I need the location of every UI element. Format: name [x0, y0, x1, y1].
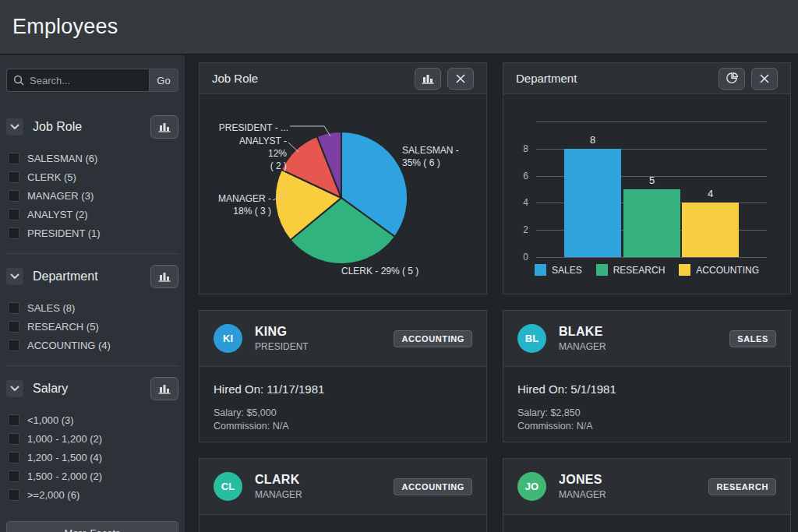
y-axis-tick-label: 6 — [508, 171, 528, 181]
switch-to-pie-chart-button[interactable] — [719, 68, 745, 90]
search-box[interactable] — [6, 69, 149, 92]
more-facets-button[interactable]: More Facets — [6, 521, 178, 532]
commission-text: Commission: N/A — [517, 420, 776, 433]
facet-list: Job RoleSALESMAN (6)CLERK (5)MANAGER (3)… — [6, 115, 178, 504]
department-bar-chart[interactable]: 02468854SALESRESEARCHACCOUNTING — [503, 94, 790, 294]
checkbox[interactable] — [8, 190, 19, 202]
avatar: JO — [517, 472, 546, 501]
pie-label-line: SALESMAN - — [402, 144, 480, 157]
facet-title: Department — [33, 270, 98, 284]
facet-item-sales[interactable]: SALES (8) — [8, 298, 178, 317]
employee-names: BLAKEMANAGER — [559, 325, 606, 352]
facet-item-analyst[interactable]: ANALYST (2) — [8, 205, 178, 224]
bar-accounting[interactable] — [682, 203, 739, 257]
checkbox[interactable] — [8, 414, 19, 426]
facet-item-accounting[interactable]: ACCOUNTING (4) — [8, 336, 178, 354]
pie-label-line: ( 2 ) — [218, 160, 287, 172]
facet-item-clerk[interactable]: CLERK (5) — [8, 167, 178, 186]
legend-swatch — [679, 264, 690, 276]
facet-item-salesman[interactable]: SALESMAN (6) — [8, 149, 178, 167]
facet-item-label: MANAGER (3) — [27, 190, 94, 202]
pie-label-line: 35% ( 6 ) — [402, 157, 480, 169]
commission-text: Commission: N/A — [214, 420, 472, 433]
employee-card-jones[interactable]: JOJONESMANAGERRESEARCHHired On: 4/2/1981 — [503, 458, 791, 532]
employee-names: JONESMANAGER — [559, 473, 606, 500]
checkbox[interactable] — [8, 171, 19, 183]
search-go-button[interactable]: Go — [149, 69, 178, 92]
facet-item-1-500-2-000[interactable]: 1,500 - 2,000 (2) — [8, 467, 178, 485]
checkbox[interactable] — [8, 209, 19, 220]
job-role-card-header: Job Role — [200, 63, 486, 94]
pie-label-clerk: CLERK - 29% ( 5 ) — [341, 265, 443, 277]
bar-sales[interactable] — [564, 149, 621, 257]
checkbox[interactable] — [8, 470, 19, 482]
close-department-card-button[interactable] — [751, 68, 778, 90]
employee-name: JONES — [559, 473, 606, 487]
facet-collapse-toggle[interactable] — [6, 268, 23, 285]
employee-role: MANAGER — [559, 341, 606, 352]
search-input[interactable] — [30, 75, 143, 86]
gridline — [536, 122, 767, 122]
facet-title: Job Role — [33, 120, 82, 134]
hired-on-text: Hired On: 11/17/1981 — [214, 382, 472, 396]
chevron-down-icon — [10, 124, 19, 130]
facet-collapse-toggle[interactable] — [6, 380, 23, 397]
close-job-role-card-button[interactable] — [447, 68, 474, 90]
checkbox[interactable] — [8, 433, 19, 445]
checkbox[interactable] — [8, 489, 19, 501]
facet-header: Department — [6, 265, 178, 288]
facet-job-role-chart-button[interactable] — [150, 115, 178, 139]
employee-card-king[interactable]: KIKINGPRESIDENTACCOUNTINGHired On: 11/17… — [199, 310, 487, 442]
employee-card-header: CLCLARKMANAGERACCOUNTING — [200, 459, 486, 515]
employee-card-body: Hired On: 5/1/1981Salary: $2,850Commissi… — [503, 382, 790, 433]
facet-item-1-000[interactable]: <1,000 (3) — [8, 410, 178, 429]
pie-chart-icon — [726, 72, 738, 84]
gridline — [536, 257, 767, 258]
facet-item-label: 1,200 - 1,500 (4) — [27, 452, 102, 463]
pie-label-line: ANALYST - 12% — [218, 135, 287, 160]
checkbox[interactable] — [8, 302, 19, 314]
facet-item-manager[interactable]: MANAGER (3) — [8, 186, 178, 205]
pie-label-leader-line — [288, 143, 298, 152]
facet-item-label: <1,000 (3) — [27, 414, 74, 426]
checkbox[interactable] — [8, 340, 19, 351]
switch-to-bar-chart-button[interactable] — [415, 68, 441, 90]
y-axis-tick-label: 0 — [508, 252, 528, 262]
main-content: Job Role SALESMAN - — [199, 62, 791, 532]
checkbox[interactable] — [8, 452, 19, 463]
facet-item-1-200-1-500[interactable]: 1,200 - 1,500 (4) — [8, 448, 178, 467]
employee-card-blake[interactable]: BLBLAKEMANAGERSALESHired On: 5/1/1981Sal… — [503, 310, 791, 442]
facet-item-label: 1,000 - 1,200 (2) — [27, 433, 102, 445]
pie-label-line: 18% ( 3 ) — [214, 205, 271, 217]
pie-label-line: PRESIDENT - ... — [218, 122, 288, 134]
employee-card-clark[interactable]: CLCLARKMANAGERACCOUNTINGHired On: 6/9/19… — [199, 458, 487, 532]
employee-names: CLARKMANAGER — [255, 473, 302, 500]
sidebar: Go Job RoleSALESMAN (6)CLERK (5)MANAGER … — [0, 55, 185, 532]
employee-role: MANAGER — [255, 489, 302, 500]
department-badge: ACCOUNTING — [394, 330, 472, 347]
legend-item-sales[interactable]: SALES — [535, 264, 582, 276]
legend-item-accounting[interactable]: ACCOUNTING — [679, 264, 759, 276]
app-header: Employees — [0, 0, 798, 55]
checkbox[interactable] — [8, 321, 19, 333]
checkbox[interactable] — [8, 227, 19, 239]
salary-text: Salary: $5,000 — [214, 407, 472, 420]
job-role-pie-chart[interactable]: SALESMAN -35% ( 6 )CLERK - 29% ( 5 )MANA… — [200, 94, 486, 294]
facet-salary-chart-button[interactable] — [150, 377, 178, 400]
facet-collapse-toggle[interactable] — [6, 118, 23, 136]
chevron-down-icon — [10, 386, 19, 392]
facet-item-label: >=2,000 (6) — [27, 489, 79, 501]
legend-item-research[interactable]: RESEARCH — [596, 264, 666, 276]
pie-label-salesman: SALESMAN -35% ( 6 ) — [402, 144, 480, 169]
facet-item-2-000[interactable]: >=2,000 (6) — [8, 485, 178, 504]
legend-swatch — [596, 264, 608, 276]
legend-label: ACCOUNTING — [696, 265, 759, 276]
bar-research[interactable] — [623, 189, 680, 257]
checkbox[interactable] — [8, 153, 19, 164]
facet-item-1-000-1-200[interactable]: 1,000 - 1,200 (2) — [8, 429, 178, 448]
facet-department-chart-button[interactable] — [150, 265, 178, 288]
close-icon — [760, 74, 769, 83]
facet-item-research[interactable]: RESEARCH (5) — [8, 317, 178, 336]
facet-item-president[interactable]: PRESIDENT (1) — [8, 224, 178, 242]
facet-items: SALES (8)RESEARCH (5)ACCOUNTING (4) — [6, 298, 178, 354]
